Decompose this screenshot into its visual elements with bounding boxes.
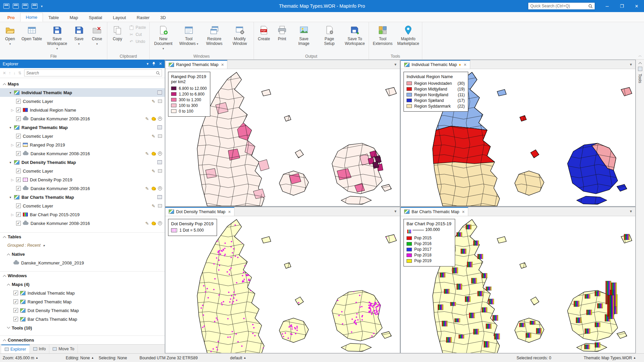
paste-button[interactable]: Paste — [127, 24, 148, 31]
section-maps[interactable]: Maps — [0, 79, 165, 88]
table-item[interactable]: Danske_Kommuner_2008_2019 — [0, 258, 165, 267]
window-item[interactable]: ✓Bar Charts Thematic Map — [0, 315, 165, 323]
edit-style-icon[interactable]: ✎ — [152, 169, 155, 174]
tab-spatial[interactable]: Spatial — [84, 13, 108, 22]
tab-table[interactable]: Table — [43, 13, 64, 22]
thematic-legend-icon[interactable] — [157, 90, 162, 95]
modify-window-button[interactable]: Modify Window — [227, 23, 252, 47]
tab-info[interactable]: Info — [30, 345, 50, 353]
tab-ranged-thematic-map[interactable]: Ranged Thematic Map × — [165, 60, 227, 69]
tab-move-to[interactable]: Move To — [49, 345, 78, 353]
window-item[interactable]: ✓Dot Density Thematic Map — [0, 306, 165, 315]
section-tools[interactable]: Tools (10) — [0, 323, 165, 332]
window-item[interactable]: ✓Ranged Thematic Map — [0, 297, 165, 306]
collapse-icon[interactable] — [3, 339, 6, 343]
open-workspace-icon[interactable] — [13, 3, 19, 9]
tab-bar-charts-thematic-map[interactable]: Bar Charts Thematic Map × — [401, 207, 468, 216]
projection-status[interactable]: Bounded UTM Zone 32 ETRS89 — [140, 354, 198, 362]
window-checkbox[interactable]: ✓ — [13, 308, 18, 313]
zoom-range-icon[interactable] — [158, 117, 162, 121]
tab-home[interactable]: Home — [20, 13, 43, 22]
map-canvas-ranged[interactable]: Ranged Pop 2019 per km2 6.800 to 12.000 … — [165, 69, 400, 206]
layer-item[interactable]: ▷✓Dot Density Pop 2019 — [0, 175, 165, 184]
section-windows[interactable]: Windows — [0, 271, 165, 280]
layer-checkbox[interactable]: ✓ — [16, 203, 21, 208]
edit-style-icon[interactable]: ✎ — [145, 221, 149, 226]
close-icon[interactable]: × — [227, 209, 231, 215]
collapse-icon[interactable] — [638, 62, 642, 65]
label-icon[interactable] — [158, 134, 162, 138]
thematic-legend-icon[interactable] — [157, 160, 162, 164]
expander-icon[interactable]: ▷ — [11, 213, 14, 217]
move-up-icon[interactable]: ↑ — [9, 71, 11, 75]
layer-checkbox[interactable]: ✓ — [16, 221, 21, 226]
layer-item[interactable]: ▷✓Ranged Pop 2019 — [0, 140, 165, 149]
tool-extensions-button[interactable]: Tool Extensions — [370, 23, 395, 47]
map-item-ranged[interactable]: ▾Ranged Thematic Map — [0, 123, 165, 132]
dropdown-arrow-icon[interactable]: ▾ — [42, 244, 46, 247]
tab-pro[interactable]: Pro — [2, 13, 20, 22]
label-icon[interactable] — [158, 100, 162, 103]
collapse-icon[interactable] — [3, 236, 6, 239]
bar-charts-legend[interactable]: Bar Chart Pop 2015-19 100.000 Pop 2015 P… — [404, 219, 455, 266]
thematic-legend-icon[interactable] — [157, 195, 162, 199]
create-pdf-button[interactable]: PDF Create — [255, 23, 273, 42]
map-item-bar-charts[interactable]: ▾Bar Charts Thematic Map — [0, 193, 165, 201]
explorer-search[interactable] — [24, 69, 162, 76]
expand-icon[interactable] — [7, 325, 10, 328]
zoom-range-icon[interactable] — [158, 152, 162, 156]
move-down-icon[interactable]: ↓ — [13, 71, 15, 75]
layer-checkbox[interactable]: ✓ — [16, 142, 21, 147]
edit-style-icon[interactable]: ✎ — [152, 203, 155, 208]
section-connections[interactable]: Connections — [0, 336, 165, 344]
collapse-icon[interactable] — [3, 83, 6, 86]
restore-windows-button[interactable]: Restore Windows — [202, 23, 227, 47]
layer-item[interactable]: ✓Cosmetic Layer✎ — [0, 201, 165, 210]
quick-search[interactable] — [528, 2, 595, 10]
layer-item[interactable]: ✓Cosmetic Layer✎ — [0, 132, 165, 140]
layer-item[interactable]: ✓Cosmetic Layer✎ — [0, 97, 165, 106]
expander-icon[interactable]: ▾ — [9, 195, 12, 199]
layer-item[interactable]: ✓Cosmetic Layer✎ — [0, 167, 165, 175]
save-icon[interactable] — [22, 3, 28, 9]
layer-checkbox[interactable]: ✓ — [16, 177, 21, 182]
layer-item[interactable]: ✓Danske Kommuner 2008-2016✎ — [0, 149, 165, 158]
layer-item[interactable]: ▷✓Individual Region Name — [0, 106, 165, 114]
layer-item[interactable]: ▷✓Bar Chart Pop 2015-2019 — [0, 210, 165, 219]
label-icon[interactable] — [158, 169, 162, 173]
window-list-dropdown-icon[interactable]: ▼ — [627, 207, 635, 216]
edit-style-icon[interactable]: ✎ — [145, 186, 149, 191]
layer-checkbox[interactable]: ✓ — [16, 169, 21, 173]
close-icon[interactable]: × — [461, 209, 465, 215]
thematic-legend-icon[interactable] — [157, 125, 162, 129]
map-item-individual[interactable]: ▾Individual Thematic Map — [0, 88, 165, 97]
section-native[interactable]: Native — [0, 250, 165, 258]
workspace-status[interactable]: Thematic Map Types.WOR▲ — [584, 354, 636, 362]
layer-checkbox[interactable]: ✓ — [16, 116, 21, 121]
tab-individual-thematic-map[interactable]: Individual Thematic Map ♦ × — [401, 60, 470, 69]
map-canvas-individual[interactable]: Individual Region Name Region Hovedstade… — [401, 69, 635, 206]
layer-checkbox[interactable]: ✓ — [16, 108, 21, 112]
tab-raster[interactable]: Raster — [131, 13, 155, 22]
map-item-dot-density[interactable]: ▾Dot Density Thematic Map — [0, 158, 165, 167]
collapse-icon[interactable] — [7, 253, 10, 257]
dot-density-legend[interactable]: Dot Density Pop 2019 1 Dot = 5.000 — [168, 219, 217, 236]
explorer-search-input[interactable] — [26, 71, 156, 75]
layer-checkbox[interactable]: ✓ — [16, 99, 21, 104]
cut-button[interactable]: ✂Cut — [127, 31, 148, 38]
save-to-workspace-button[interactable]: Save To Workspace — [342, 23, 367, 47]
ranged-legend[interactable]: Ranged Pop 2019 per km2 6.800 to 12.000 … — [168, 72, 210, 117]
layer-checkbox[interactable]: ✓ — [16, 134, 21, 138]
zoom-status[interactable]: Zoom: 435.000 m▲ — [3, 354, 38, 362]
tab-explorer[interactable]: Explorer — [1, 345, 30, 353]
selectable-icon[interactable] — [152, 117, 155, 121]
expander-icon[interactable]: ▾ — [9, 161, 12, 164]
collapse-icon[interactable] — [3, 275, 6, 278]
expander-icon[interactable]: ▷ — [11, 178, 14, 182]
page-setup-button[interactable]: Page Setup — [317, 23, 342, 47]
minimize-button[interactable]: ─ — [600, 0, 614, 12]
marketplace-button[interactable]: MapInfo Marketplace — [396, 23, 421, 47]
expander-icon[interactable]: ▷ — [11, 143, 14, 147]
open-button[interactable]: Open▾ — [1, 23, 19, 47]
selectable-icon[interactable] — [152, 152, 155, 156]
